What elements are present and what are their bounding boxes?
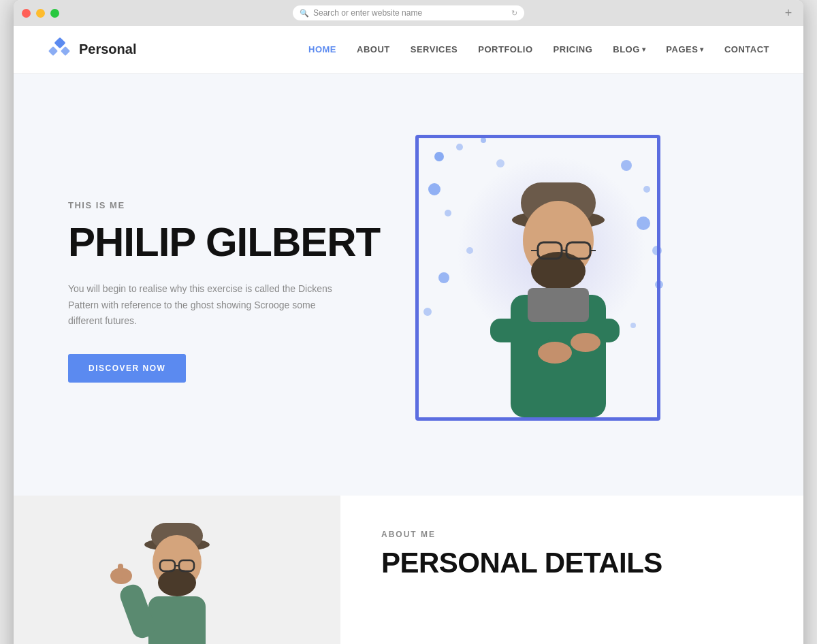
nav-home[interactable]: HOME [308, 44, 336, 54]
about-section: ABOUT ME PERSONAL DETAILS [14, 496, 803, 644]
svg-rect-43 [118, 564, 123, 579]
about-title: PERSONAL DETAILS [381, 547, 763, 579]
refresh-icon[interactable]: ↻ [511, 9, 517, 18]
minimize-button[interactable] [36, 9, 45, 18]
svg-point-26 [571, 333, 600, 352]
nav-pages[interactable]: PAGES ▾ [666, 44, 704, 54]
svg-rect-1 [48, 46, 58, 55]
hero-name: PHILIP GILBERT [68, 220, 395, 265]
logo-text: Personal [79, 42, 136, 57]
website-content: Personal HOME ABOUT SERVICES PORTFOLIO P… [14, 26, 803, 644]
nav-blog-label: BLOG [613, 44, 640, 54]
svg-rect-27 [528, 288, 589, 322]
maximize-button[interactable] [50, 9, 59, 18]
nav-links: HOME ABOUT SERVICES PORTFOLIO PRICING BL… [308, 44, 769, 54]
nav-pages-label: PAGES [666, 44, 698, 54]
browser-window: 🔍 Search or enter website name ↻ + Perso… [14, 0, 803, 644]
svg-point-25 [538, 342, 572, 364]
logo[interactable]: Personal [48, 37, 136, 62]
hero-image-area [395, 114, 681, 468]
nav-services[interactable]: SERVICES [411, 44, 458, 54]
svg-point-36 [158, 569, 196, 596]
svg-rect-23 [490, 319, 551, 342]
nav-pricing[interactable]: PRICING [554, 44, 593, 54]
nav-contact[interactable]: CONTACT [724, 44, 769, 54]
about-text-column: ABOUT ME PERSONAL DETAILS [340, 496, 803, 644]
svg-rect-0 [54, 37, 66, 48]
about-person-figure [75, 516, 279, 644]
nav-about[interactable]: ABOUT [357, 44, 390, 54]
nav-portfolio[interactable]: PORTFOLIO [478, 44, 532, 54]
nav-blog[interactable]: BLOG ▾ [613, 44, 645, 54]
browser-titlebar: 🔍 Search or enter website name ↻ + [14, 0, 803, 26]
discover-button[interactable]: DISCOVER NOW [68, 354, 186, 383]
hero-tagline: THIS IS ME [68, 200, 395, 210]
svg-rect-2 [61, 46, 70, 55]
new-tab-button[interactable]: + [782, 6, 795, 20]
blog-dropdown-icon: ▾ [642, 46, 646, 53]
close-button[interactable] [22, 9, 31, 18]
hero-section: THIS IS ME PHILIP GILBERT You will begin… [14, 74, 803, 496]
search-icon: 🔍 [300, 9, 309, 18]
logo-icon [48, 37, 72, 62]
address-text: Search or enter website name [313, 8, 507, 18]
hero-content: THIS IS ME PHILIP GILBERT You will begin… [68, 200, 395, 383]
hero-person-image [449, 142, 667, 468]
address-bar[interactable]: 🔍 Search or enter website name ↻ [293, 5, 524, 20]
pages-dropdown-icon: ▾ [700, 46, 704, 53]
navbar: Personal HOME ABOUT SERVICES PORTFOLIO P… [14, 26, 803, 74]
svg-rect-40 [148, 596, 206, 644]
about-tag: ABOUT ME [381, 530, 763, 539]
hero-description: You will begin to realise why this exerc… [68, 281, 340, 329]
about-image-column [14, 496, 340, 644]
